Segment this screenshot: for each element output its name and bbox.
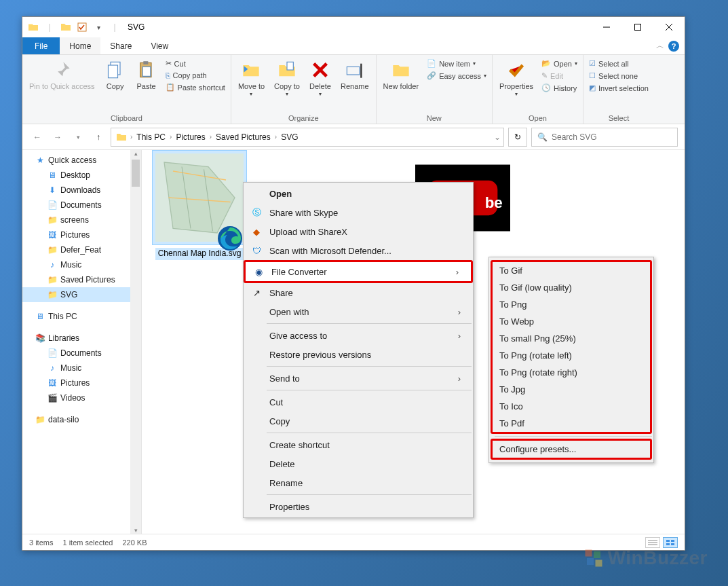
details-view-button[interactable]	[645, 537, 660, 548]
sidebar-lib-music[interactable]: ♪Music	[22, 361, 141, 376]
sub-toico[interactable]: To Ico	[493, 398, 650, 415]
ctx-rename[interactable]: Rename	[244, 473, 473, 492]
thumbnails-view-button[interactable]	[663, 537, 678, 548]
properties-button[interactable]: Properties▾	[495, 56, 537, 100]
breadcrumb-segment[interactable]: SVG	[278, 132, 301, 142]
sidebar-item-deferfeat[interactable]: 📁Defer_Feat	[22, 242, 141, 257]
moveto-button[interactable]: Move to▾	[234, 56, 269, 100]
sidebar-item-desktop[interactable]: 🖥Desktop📌	[22, 168, 141, 183]
recent-dropdown[interactable]: ▾	[70, 129, 86, 145]
rename-button[interactable]: Rename	[337, 56, 373, 94]
sub-topdf[interactable]: To Pdf	[493, 415, 650, 432]
this-pc-node[interactable]: 🖥This PC	[22, 309, 141, 324]
sub-topng-rr[interactable]: To Png (rotate right)	[493, 364, 650, 381]
ctx-restore[interactable]: Restore previous versions	[244, 345, 473, 364]
edit-button[interactable]: ✎Edit	[539, 70, 580, 81]
ctx-sharex[interactable]: ◆Upload with ShareX	[244, 222, 473, 241]
ctx-shortcut[interactable]: Create shortcut	[244, 435, 473, 454]
ctx-openwith[interactable]: Open with›	[244, 302, 473, 321]
file-item[interactable]: Chennai Map India.svg	[149, 150, 250, 260]
ctx-cut[interactable]: Cut	[244, 392, 473, 411]
search-icon: 🔍	[537, 132, 548, 142]
sub-topng[interactable]: To Png	[493, 296, 650, 313]
maximize-button[interactable]	[622, 17, 653, 37]
share-tab[interactable]: Share	[100, 37, 141, 54]
search-input[interactable]	[552, 132, 672, 142]
cut-button[interactable]: ✂Cut	[163, 58, 228, 69]
document-icon: 📄	[47, 348, 58, 359]
paste-button[interactable]: Paste	[132, 56, 161, 94]
copy-path-button[interactable]: ⎘Copy path	[163, 70, 228, 81]
sidebar-item-documents[interactable]: 📄Documents📌	[22, 198, 141, 213]
ctx-copy[interactable]: Copy	[244, 411, 473, 431]
selectall-button[interactable]: ☑Select all	[586, 58, 651, 69]
back-button[interactable]: ←	[29, 129, 45, 145]
home-tab[interactable]: Home	[60, 37, 100, 54]
delete-button[interactable]: Delete▾	[305, 56, 335, 100]
ctx-delete[interactable]: Delete	[244, 454, 473, 473]
sidebar-lib-pictures[interactable]: 🖼Pictures	[22, 376, 141, 390]
breadcrumb[interactable]: › This PC› Pictures› Saved Pictures› SVG…	[111, 128, 504, 147]
sidebar-item-datposs[interactable]: 📁data-silo	[22, 412, 141, 427]
sidebar-item-pictures[interactable]: 🖼Pictures📌	[22, 227, 141, 242]
forward-button[interactable]: →	[50, 129, 66, 145]
sidebar-lib-documents[interactable]: 📄Documents	[22, 346, 141, 361]
ctx-defender[interactable]: 🛡Scan with Microsoft Defender...	[244, 241, 473, 260]
breadcrumb-dropdown[interactable]: ⌄	[494, 132, 501, 142]
sub-togif[interactable]: To Gif	[493, 262, 650, 279]
pin-quickaccess-button[interactable]: Pin to Quick access	[25, 56, 99, 94]
sub-towebp[interactable]: To Webp	[493, 313, 650, 330]
sidebar-item-savedpictures[interactable]: 📁Saved Pictures	[22, 272, 141, 287]
sub-tojpg[interactable]: To Jpg	[493, 381, 650, 398]
sub-togif-lq[interactable]: To Gif (low quality)	[493, 279, 650, 296]
file-tab[interactable]: File	[22, 37, 60, 54]
sub-topng-rl[interactable]: To Png (rotate left)	[493, 347, 650, 364]
sub-tosmallpng[interactable]: To small Png (25%)	[493, 330, 650, 347]
ctx-skype[interactable]: ⓈShare with Skype	[244, 203, 473, 222]
libraries-node[interactable]: 📚Libraries	[22, 331, 141, 346]
minimize-button[interactable]	[591, 17, 622, 37]
ctx-giveaccess[interactable]: Give access to›	[244, 326, 473, 345]
paste-shortcut-button[interactable]: 📋Paste shortcut	[163, 81, 228, 93]
copyto-button[interactable]: Copy to▾	[270, 56, 304, 100]
close-button[interactable]	[653, 17, 685, 37]
view-tab[interactable]: View	[141, 37, 178, 54]
desktop-icon: 🖥	[47, 170, 58, 181]
ctx-share[interactable]: ↗Share	[244, 283, 473, 302]
newitem-button[interactable]: 📄New item ▾	[424, 58, 489, 69]
search-box[interactable]: 🔍	[531, 128, 678, 147]
help-icon[interactable]: ?	[668, 41, 679, 52]
dropdown-icon[interactable]: ▾	[91, 20, 106, 35]
refresh-button[interactable]: ↻	[508, 128, 527, 147]
open-button[interactable]: 📂Open ▾	[539, 58, 580, 69]
up-button[interactable]: ↑	[90, 129, 107, 145]
invertselection-button[interactable]: ◩Invert selection	[586, 82, 651, 94]
easyaccess-button[interactable]: 🔗Easy access ▾	[424, 70, 489, 81]
breadcrumb-segment[interactable]: Pictures	[173, 132, 208, 142]
selectnone-button[interactable]: ☐Select none	[586, 70, 651, 81]
sub-configure[interactable]: Configure presets...	[491, 439, 652, 460]
ribbon-group-select: ☑Select all ☐Select none ◩Invert selecti…	[583, 55, 654, 124]
copy-button[interactable]: Copy	[100, 56, 130, 94]
sidebar-item-music[interactable]: ♪Music	[22, 257, 141, 272]
pictures-icon: 🖼	[47, 230, 58, 240]
chevron-up-icon[interactable]: ︿	[656, 40, 664, 52]
history-button[interactable]: 🕓History	[539, 82, 580, 94]
breadcrumb-segment[interactable]: Saved Pictures	[213, 132, 273, 142]
ctx-separator	[267, 323, 472, 324]
newfolder-button[interactable]: New folder	[379, 56, 423, 94]
scrollbar-thumb[interactable]	[132, 160, 140, 187]
checkbox-icon[interactable]	[75, 20, 90, 35]
ctx-sendto[interactable]: Send to›	[244, 369, 473, 388]
ctx-fileconverter[interactable]: ◉File Converter›	[244, 260, 473, 283]
sidebar-lib-videos[interactable]: 🎬Videos	[22, 390, 141, 405]
music-icon: ♪	[47, 259, 58, 270]
sidebar-item-svg[interactable]: 📁SVG	[22, 287, 141, 302]
ctx-open[interactable]: Open	[244, 184, 473, 203]
sidebar-item-screens[interactable]: 📁screens📌	[22, 213, 141, 227]
quick-access-node[interactable]: ★Quick access	[22, 153, 141, 168]
sidebar-scrollbar[interactable]: ▴ ▾	[130, 150, 141, 534]
ctx-properties[interactable]: Properties	[244, 497, 473, 516]
sidebar-item-downloads[interactable]: ⬇Downloads📌	[22, 183, 141, 198]
breadcrumb-segment[interactable]: This PC	[134, 132, 168, 142]
